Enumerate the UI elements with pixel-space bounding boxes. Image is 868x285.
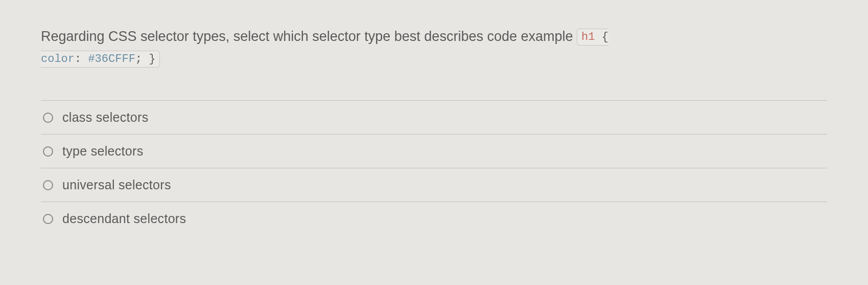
option-label: type selectors: [62, 144, 143, 159]
code-property: color: [41, 53, 75, 65]
option-class-selectors[interactable]: class selectors: [41, 100, 827, 134]
question-prefix-text: Regarding CSS selector types, select whi…: [41, 29, 573, 44]
option-label: descendant selectors: [62, 211, 186, 226]
code-after: ; }: [135, 53, 156, 65]
radio-icon: [43, 146, 53, 157]
question-prompt: Regarding CSS selector types, select whi…: [41, 26, 827, 70]
quiz-question: Regarding CSS selector types, select whi…: [41, 26, 827, 232]
code-selector: h1: [581, 31, 595, 43]
option-descendant-selectors[interactable]: descendant selectors: [41, 202, 827, 232]
option-type-selectors[interactable]: type selectors: [41, 134, 827, 168]
code-value: #36CFFF: [88, 53, 135, 65]
option-label: class selectors: [62, 110, 148, 125]
option-universal-selectors[interactable]: universal selectors: [41, 168, 827, 202]
option-label: universal selectors: [62, 178, 171, 192]
radio-icon: [43, 180, 53, 190]
code-colon: :: [75, 53, 88, 65]
answer-options: class selectors type selectors universal…: [41, 100, 827, 232]
radio-icon: [43, 214, 53, 224]
code-brace-open: {: [595, 31, 608, 43]
radio-icon: [43, 113, 53, 123]
